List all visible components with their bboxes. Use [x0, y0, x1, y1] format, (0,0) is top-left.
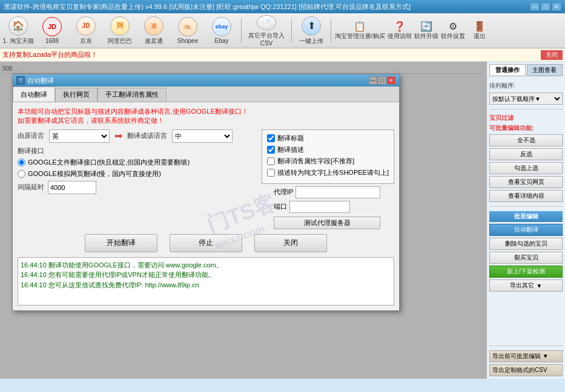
reverse-select-button[interactable]: 反选	[489, 148, 563, 160]
auto-translate-dialog: T 自动翻译 — □ ✕ 自动翻译 执行网页 手工翻译消售属性	[12, 74, 400, 311]
delay-input[interactable]	[48, 181, 96, 194]
marquee-bar: 支持复制Lazada平台的商品啦！ 关闭	[0, 48, 565, 62]
dialog-title-icon: T	[16, 76, 25, 85]
marquee-text: 支持复制Lazada平台的商品啦！	[2, 50, 97, 59]
check-above-button[interactable]: 勾选上选	[489, 162, 563, 174]
toolbar-taobao[interactable]: 🏠 1. 淘宝天猫	[2, 15, 34, 47]
titlebar: 黑谋软件-跨境电商宝贝复制专家(商品批量上传) v4.99.6 [试用版|未注册…	[0, 0, 565, 13]
proxy-ip-label: 代理IP	[274, 188, 293, 197]
separator-1	[241, 19, 242, 43]
view-detail-button[interactable]: 查看详细内容	[489, 190, 563, 202]
tab-manual-translate[interactable]: 手工翻译消售属性	[97, 88, 167, 102]
arrow-right-icon: ➡	[114, 130, 122, 142]
select-all-button[interactable]: 全不选	[489, 134, 563, 146]
csv-export2-button[interactable]: 导出定制格式的CSV	[489, 364, 563, 376]
toolbar-csv[interactable]: 📄 其它平台导入CSV	[245, 15, 288, 47]
target-lang-label: 翻译成该语言	[127, 131, 167, 140]
proxy-port-input[interactable]	[289, 201, 350, 213]
main-area: 908 T 自动翻译 — □	[0, 62, 565, 379]
marquee-close-button[interactable]: 关闭	[541, 50, 563, 60]
dialog-close-action-button[interactable]: 关闭	[254, 234, 327, 252]
toolbar-1688[interactable]: JD 1688	[36, 15, 68, 47]
log-line-2: 16:44:10 您有可能需要使用代理IP或VPN才能正常使用翻译功能。	[21, 270, 391, 280]
toolbar-alibaba[interactable]: 阿 阿里巴巴	[104, 15, 136, 47]
checkbox-sales-row: 翻译消售属性字段[不推荐]	[267, 157, 389, 166]
delay-label: 间隔延时	[18, 183, 44, 192]
divider-2	[489, 206, 563, 207]
notice-line2: 如需要翻译成其它语言，请联系系统软件商定做！	[18, 116, 394, 125]
radio-google-file[interactable]	[18, 158, 25, 166]
log-line-3: 16:44:10 您可从这里借试查找免费代理IP: http://www.89i…	[21, 280, 391, 290]
toolbar-jd[interactable]: JD 京东	[70, 15, 102, 47]
radio-row-1: GOOGLE文件翻译接口(快且稳定,但国内使用需要翻墙)	[18, 158, 257, 167]
toolbar-upgrade[interactable]: 🔄 软件升级	[414, 21, 438, 41]
dialog-minimize-button[interactable]: —	[369, 76, 377, 85]
sidebar-tab-image[interactable]: 主图查看	[527, 64, 563, 76]
test-proxy-button[interactable]: 测试代理服务器	[274, 217, 380, 229]
new-check-button[interactable]: 新上/下架检测	[489, 266, 563, 278]
sort-dropdown[interactable]: 按默认下载顺序▼	[489, 93, 563, 105]
proxy-group: 代理IP 端口 测试代理服务器	[274, 186, 380, 229]
minimize-button[interactable]: —	[530, 2, 540, 11]
toolbar-upload[interactable]: ⬆ 一键上传	[296, 15, 327, 47]
proxy-ip-row: 代理IP	[274, 186, 380, 198]
copy-product-button[interactable]: 裂买宝贝	[489, 252, 563, 264]
proxy-ip-input[interactable]	[296, 186, 380, 198]
source-language-select[interactable]: 英	[49, 129, 110, 143]
dialog-titlebar-buttons: — □ ✕	[369, 76, 395, 85]
dialog-log: 16:44:10 翻译功能使用GOOGLE接口，需要访问 www.google.…	[18, 257, 394, 305]
dialog-notice: 本功能可自动把宝贝标题与描述内容翻译成各种语言,使用GOOGLE翻译接口！ 如需…	[18, 107, 394, 126]
titlebar-buttons: — □ ✕	[530, 2, 561, 11]
1688-icon: JD	[42, 17, 62, 36]
start-translate-button[interactable]: 开始翻译	[85, 234, 157, 252]
filter-label: 宝贝过滤	[489, 114, 563, 122]
toolbar-shopee[interactable]: 🛍 Shopee	[172, 15, 203, 47]
toolbar-aliexpress[interactable]: 速 速卖通	[138, 15, 170, 47]
dialog-close-button[interactable]: ✕	[387, 76, 395, 85]
checkbox-area: 翻译标题 翻译描述 翻译消售属性字段[不推荐]	[262, 129, 394, 184]
target-language-select[interactable]: 中	[172, 129, 233, 143]
batch-edit-label: 批里编辑	[489, 211, 563, 222]
toolbar-exit[interactable]: 🚪 退出	[468, 21, 492, 41]
jd-icon: JD	[76, 16, 96, 36]
delete-selected-button[interactable]: 删除勾选的宝贝	[489, 238, 563, 250]
checkbox-pure-text[interactable]	[267, 169, 275, 177]
toolbar-manual[interactable]: ❓ 使用说明	[388, 21, 412, 41]
center-content: 908 T 自动翻译 — □	[0, 62, 486, 379]
toolbar: 🏠 1. 淘宝天猫 JD 1688 JD 京东 阿 阿里巴巴 速 速卖通 🛍 S…	[0, 13, 565, 48]
checkbox-translate-sales[interactable]	[267, 157, 275, 165]
tab-auto-translate[interactable]: 自动翻译	[13, 87, 55, 102]
source-lang-label: 由原语言	[18, 131, 44, 140]
checkbox-desc-label: 翻译描述	[277, 145, 304, 154]
toolbar-manage[interactable]: 📋 淘宝管理注册/购买	[335, 21, 385, 41]
proxy-section: 代理IP 端口 测试代理服务器	[274, 186, 394, 229]
stop-button[interactable]: 停止	[170, 234, 242, 252]
dialog-overlay: T 自动翻译 — □ ✕ 自动翻译 执行网页 手工翻译消售属性	[0, 62, 486, 379]
delay-row: 间隔延时	[18, 181, 257, 194]
export-other-button[interactable]: 导出其它 ▼	[489, 279, 563, 292]
toolbar-settings[interactable]: ⚙ 软件设置	[441, 21, 465, 41]
checkbox-translate-desc[interactable]	[267, 146, 275, 154]
radio-google-web[interactable]	[18, 170, 25, 178]
sort-label: 排列顺序:	[489, 82, 563, 90]
maximize-button[interactable]: □	[541, 2, 550, 11]
radio-row-2: GOOGLE模拟网页翻译(慢，国内可直接使用)	[18, 169, 257, 178]
divider-3	[489, 345, 563, 346]
taobao-icon: 🏠	[8, 16, 28, 36]
notice-line1: 本功能可自动把宝贝标题与描述内容翻译成各种语言,使用GOOGLE翻译接口！	[18, 107, 394, 116]
auto-translate-button[interactable]: 自动翻译	[489, 224, 563, 236]
toolbar-ebay[interactable]: ebay Ebay	[206, 15, 237, 47]
dialog-maximize-button[interactable]: □	[378, 76, 386, 85]
view-web-button[interactable]: 查看宝贝网页	[489, 176, 563, 188]
checkbox-translate-title[interactable]	[267, 134, 275, 142]
checkbox-desc-row: 翻译描述	[267, 145, 389, 154]
app-title: 黑谋软件-跨境电商宝贝复制专家(商品批量上传) v4.99.6 [试用版|未注册…	[4, 2, 530, 11]
tab-execute-webpage[interactable]: 执行网页	[55, 88, 97, 102]
close-button[interactable]: ✕	[552, 2, 561, 11]
csv-export1-button[interactable]: 导出前可批里编辑 ▼	[489, 350, 563, 362]
checkbox-text-label: 描述转为纯文字[上传SHOPEE请勾上]	[277, 168, 389, 177]
dialog-action-buttons: 开始翻译 停止 关闭	[18, 234, 394, 252]
checkbox-title-row: 翻译标题	[267, 134, 389, 143]
translate-api-section: 翻译接口 GOOGLE文件翻译接口(快且稳定,但国内使用需要翻墙) GOOGLE…	[18, 146, 257, 178]
sidebar-tab-normal[interactable]: 普通操作	[489, 64, 526, 76]
